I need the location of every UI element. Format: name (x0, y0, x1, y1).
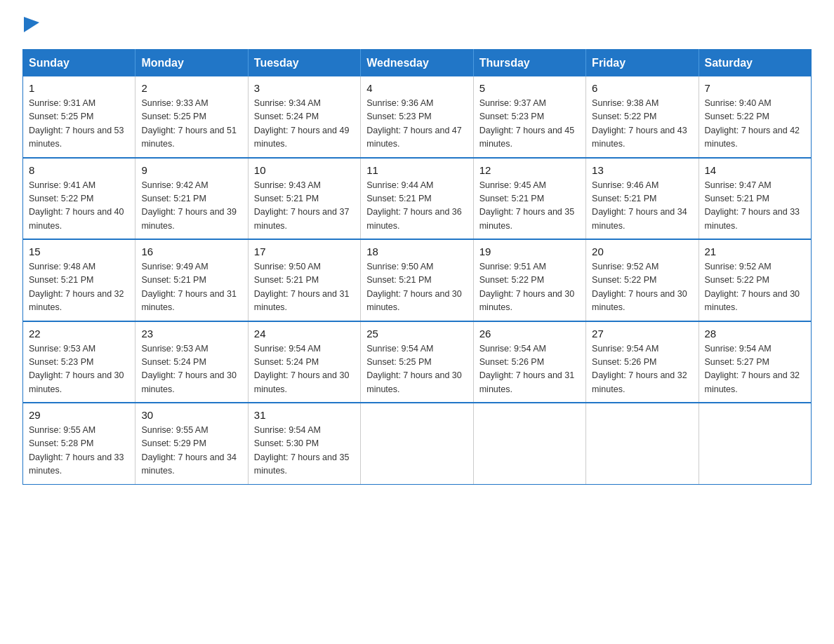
calendar-cell: 21 Sunrise: 9:52 AMSunset: 5:22 PMDaylig… (699, 239, 811, 321)
calendar-week-4: 22 Sunrise: 9:53 AMSunset: 5:23 PMDaylig… (23, 321, 812, 403)
header-day-wednesday: Wednesday (361, 50, 473, 77)
calendar-cell: 30 Sunrise: 9:55 AMSunset: 5:29 PMDaylig… (135, 403, 248, 484)
day-info: Sunrise: 9:33 AMSunset: 5:25 PMDaylight:… (141, 97, 241, 152)
day-number: 2 (141, 82, 241, 94)
day-info: Sunrise: 9:37 AMSunset: 5:23 PMDaylight:… (479, 97, 580, 152)
day-number: 7 (705, 82, 805, 94)
day-number: 25 (366, 328, 467, 340)
header-day-thursday: Thursday (473, 50, 585, 77)
day-number: 9 (141, 164, 241, 176)
calendar-cell: 29 Sunrise: 9:55 AMSunset: 5:28 PMDaylig… (23, 403, 135, 484)
day-info: Sunrise: 9:52 AMSunset: 5:22 PMDaylight:… (705, 260, 805, 315)
calendar-header: SundayMondayTuesdayWednesdayThursdayFrid… (23, 50, 812, 77)
calendar-cell: 7 Sunrise: 9:40 AMSunset: 5:22 PMDayligh… (699, 76, 811, 158)
calendar-cell: 15 Sunrise: 9:48 AMSunset: 5:21 PMDaylig… (23, 239, 135, 321)
day-number: 20 (592, 246, 692, 257)
day-info: Sunrise: 9:38 AMSunset: 5:22 PMDaylight:… (592, 97, 692, 152)
day-number: 31 (254, 409, 355, 421)
calendar-cell: 5 Sunrise: 9:37 AMSunset: 5:23 PMDayligh… (473, 76, 585, 158)
calendar-cell: 11 Sunrise: 9:44 AMSunset: 5:21 PMDaylig… (361, 158, 473, 240)
day-info: Sunrise: 9:50 AMSunset: 5:21 PMDaylight:… (254, 260, 355, 315)
day-number: 24 (254, 328, 355, 340)
calendar-cell: 9 Sunrise: 9:42 AMSunset: 5:21 PMDayligh… (135, 158, 248, 240)
calendar-cell (699, 403, 811, 484)
calendar-cell: 20 Sunrise: 9:52 AMSunset: 5:22 PMDaylig… (586, 239, 699, 321)
calendar-cell: 22 Sunrise: 9:53 AMSunset: 5:23 PMDaylig… (23, 321, 135, 403)
day-number: 22 (29, 328, 129, 340)
day-number: 8 (29, 164, 129, 176)
day-info: Sunrise: 9:55 AMSunset: 5:28 PMDaylight:… (29, 424, 129, 478)
day-info: Sunrise: 9:49 AMSunset: 5:21 PMDaylight:… (141, 260, 241, 315)
day-info: Sunrise: 9:47 AMSunset: 5:21 PMDaylight:… (705, 179, 805, 234)
calendar-cell: 14 Sunrise: 9:47 AMSunset: 5:21 PMDaylig… (699, 158, 811, 240)
calendar-cell: 8 Sunrise: 9:41 AMSunset: 5:22 PMDayligh… (23, 158, 135, 240)
day-number: 14 (705, 164, 805, 176)
calendar-cell (586, 403, 699, 484)
header-day-friday: Friday (586, 50, 699, 77)
calendar-table: SundayMondayTuesdayWednesdayThursdayFrid… (22, 49, 812, 485)
calendar-cell: 28 Sunrise: 9:54 AMSunset: 5:27 PMDaylig… (699, 321, 811, 403)
logo (22, 17, 39, 35)
day-info: Sunrise: 9:43 AMSunset: 5:21 PMDaylight:… (254, 179, 355, 234)
calendar-cell: 13 Sunrise: 9:46 AMSunset: 5:21 PMDaylig… (586, 158, 699, 240)
day-info: Sunrise: 9:54 AMSunset: 5:30 PMDaylight:… (254, 424, 355, 478)
day-info: Sunrise: 9:54 AMSunset: 5:27 PMDaylight:… (705, 342, 805, 397)
day-info: Sunrise: 9:53 AMSunset: 5:24 PMDaylight:… (141, 342, 241, 397)
day-info: Sunrise: 9:41 AMSunset: 5:22 PMDaylight:… (29, 179, 129, 234)
day-info: Sunrise: 9:46 AMSunset: 5:21 PMDaylight:… (592, 179, 692, 234)
day-number: 27 (592, 328, 692, 340)
day-info: Sunrise: 9:45 AMSunset: 5:21 PMDaylight:… (479, 179, 580, 234)
calendar-cell: 23 Sunrise: 9:53 AMSunset: 5:24 PMDaylig… (135, 321, 248, 403)
calendar-cell: 18 Sunrise: 9:50 AMSunset: 5:21 PMDaylig… (361, 239, 473, 321)
day-number: 28 (705, 328, 805, 340)
day-number: 17 (254, 246, 355, 257)
header-day-tuesday: Tuesday (248, 50, 360, 77)
day-number: 19 (479, 246, 580, 257)
calendar-cell (361, 403, 473, 484)
day-number: 15 (29, 246, 129, 257)
day-info: Sunrise: 9:52 AMSunset: 5:22 PMDaylight:… (592, 260, 692, 315)
day-number: 26 (479, 328, 580, 340)
calendar-week-3: 15 Sunrise: 9:48 AMSunset: 5:21 PMDaylig… (23, 239, 812, 321)
calendar-cell: 6 Sunrise: 9:38 AMSunset: 5:22 PMDayligh… (586, 76, 699, 158)
day-number: 1 (29, 82, 129, 94)
day-info: Sunrise: 9:44 AMSunset: 5:21 PMDaylight:… (366, 179, 467, 234)
calendar-cell: 27 Sunrise: 9:54 AMSunset: 5:26 PMDaylig… (586, 321, 699, 403)
calendar-cell: 19 Sunrise: 9:51 AMSunset: 5:22 PMDaylig… (473, 239, 585, 321)
calendar-week-2: 8 Sunrise: 9:41 AMSunset: 5:22 PMDayligh… (23, 158, 812, 240)
day-number: 13 (592, 164, 692, 176)
calendar-body: 1 Sunrise: 9:31 AMSunset: 5:25 PMDayligh… (23, 76, 812, 484)
day-number: 21 (705, 246, 805, 257)
calendar-cell: 10 Sunrise: 9:43 AMSunset: 5:21 PMDaylig… (248, 158, 360, 240)
header-row: SundayMondayTuesdayWednesdayThursdayFrid… (23, 50, 812, 77)
calendar-cell: 16 Sunrise: 9:49 AMSunset: 5:21 PMDaylig… (135, 239, 248, 321)
day-info: Sunrise: 9:36 AMSunset: 5:23 PMDaylight:… (366, 97, 467, 152)
day-number: 18 (366, 246, 467, 257)
calendar-cell: 31 Sunrise: 9:54 AMSunset: 5:30 PMDaylig… (248, 403, 360, 484)
header-day-sunday: Sunday (23, 50, 135, 77)
day-info: Sunrise: 9:54 AMSunset: 5:24 PMDaylight:… (254, 342, 355, 397)
day-number: 12 (479, 164, 580, 176)
day-info: Sunrise: 9:54 AMSunset: 5:25 PMDaylight:… (366, 342, 467, 397)
day-number: 6 (592, 82, 692, 94)
page-header (22, 17, 812, 35)
day-number: 10 (254, 164, 355, 176)
svg-marker-0 (24, 17, 39, 32)
header-day-monday: Monday (135, 50, 248, 77)
day-info: Sunrise: 9:31 AMSunset: 5:25 PMDaylight:… (29, 97, 129, 152)
day-info: Sunrise: 9:54 AMSunset: 5:26 PMDaylight:… (479, 342, 580, 397)
calendar-week-5: 29 Sunrise: 9:55 AMSunset: 5:28 PMDaylig… (23, 403, 812, 484)
day-info: Sunrise: 9:51 AMSunset: 5:22 PMDaylight:… (479, 260, 580, 315)
calendar-cell: 3 Sunrise: 9:34 AMSunset: 5:24 PMDayligh… (248, 76, 360, 158)
day-number: 11 (366, 164, 467, 176)
day-info: Sunrise: 9:54 AMSunset: 5:26 PMDaylight:… (592, 342, 692, 397)
day-number: 5 (479, 82, 580, 94)
calendar-cell: 4 Sunrise: 9:36 AMSunset: 5:23 PMDayligh… (361, 76, 473, 158)
day-number: 23 (141, 328, 241, 340)
calendar-cell: 24 Sunrise: 9:54 AMSunset: 5:24 PMDaylig… (248, 321, 360, 403)
calendar-cell (473, 403, 585, 484)
day-info: Sunrise: 9:42 AMSunset: 5:21 PMDaylight:… (141, 179, 241, 234)
day-number: 3 (254, 82, 355, 94)
day-info: Sunrise: 9:48 AMSunset: 5:21 PMDaylight:… (29, 260, 129, 315)
calendar-cell: 1 Sunrise: 9:31 AMSunset: 5:25 PMDayligh… (23, 76, 135, 158)
